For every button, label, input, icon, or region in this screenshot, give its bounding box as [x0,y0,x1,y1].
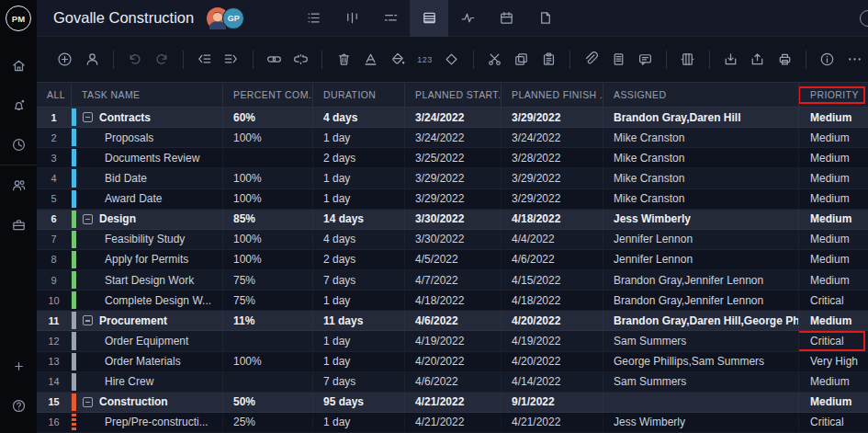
percent-complete-cell[interactable] [223,148,313,167]
row-number-cell[interactable]: 4 [37,168,72,188]
duration-cell[interactable]: 1 day [313,331,405,350]
import-button[interactable] [720,48,741,72]
add-task-button[interactable] [54,48,75,72]
row-number-cell[interactable]: 6 [37,210,72,229]
assigned-cell[interactable]: Brandon Gray,Jennifer Lennon [603,291,799,310]
percent-complete-cell[interactable]: 75% [223,291,313,310]
duration-cell[interactable]: 2 days [313,250,405,269]
priority-cell[interactable]: Medium [799,128,868,147]
number-format-button[interactable]: 123 [414,48,435,72]
assigned-cell[interactable]: Sam Summers [603,372,799,392]
task-name-cell[interactable]: Prep/Pre-constructi... [72,413,223,432]
planned-start-cell[interactable]: 4/7/2022 [405,270,502,290]
notifications-icon[interactable] [0,85,37,125]
row-number-cell[interactable]: 7 [37,230,72,249]
print-button[interactable] [774,48,795,72]
percent-complete-cell[interactable]: 85% [223,210,313,229]
planned-start-cell[interactable]: 4/6/2022 [405,372,502,392]
font-color-button[interactable] [360,48,381,72]
row-number-cell[interactable]: 10 [37,291,72,310]
row-number-cell[interactable]: 14 [37,372,72,392]
column-header-planned-start[interactable]: PLANNED START... [405,83,502,107]
assigned-cell[interactable]: Jess Wimberly [603,413,799,432]
delete-button[interactable] [333,48,354,72]
percent-complete-cell[interactable]: 100% [223,168,313,188]
collapse-toggle-icon[interactable] [83,315,93,325]
planned-finish-cell[interactable]: 4/15/2022 [502,270,603,290]
assigned-cell[interactable]: Jennifer Lennon [603,230,799,249]
task-name-cell[interactable]: Apply for Permits [72,250,223,269]
priority-cell[interactable]: Medium [799,250,868,269]
priority-cell[interactable]: Very High [799,352,868,371]
avatar-group[interactable]: GP [207,7,244,29]
priority-cell[interactable]: Medium [799,230,868,249]
planned-start-cell[interactable]: 4/21/2022 [405,413,502,432]
row-number-cell[interactable]: 8 [37,250,72,269]
duration-cell[interactable]: 2 days [313,148,405,167]
assigned-cell[interactable]: Jess Wimberly [603,210,799,229]
priority-cell[interactable]: Medium [799,148,868,167]
assigned-cell[interactable]: Mike Cranston [603,168,799,188]
info-button[interactable] [817,48,838,72]
cut-button[interactable] [484,48,505,72]
notes-button[interactable] [607,48,628,72]
priority-cell[interactable]: Medium [799,270,868,290]
priority-cell[interactable]: Critical [799,413,868,432]
row-number-cell[interactable]: 5 [37,189,72,209]
row-number-cell[interactable]: 1 [37,108,72,127]
planned-finish-cell[interactable]: 3/29/2022 [502,108,603,127]
row-number-cell[interactable]: 15 [37,393,72,412]
export-button[interactable] [747,48,768,72]
indent-button[interactable] [220,48,242,72]
recent-icon[interactable] [0,125,37,165]
planned-finish-cell[interactable]: 3/24/2022 [502,128,603,147]
planned-start-cell[interactable]: 3/24/2022 [405,128,502,147]
percent-complete-cell[interactable]: 11% [223,311,313,330]
row-number-cell[interactable]: 9 [37,270,72,290]
duration-cell[interactable]: 14 days [313,210,405,229]
column-header-duration[interactable]: DURATION [313,83,405,107]
percent-complete-cell[interactable]: 100% [223,230,313,249]
gp-avatar[interactable]: GP [222,7,244,29]
row-number-cell[interactable]: 3 [37,148,72,167]
percent-complete-cell[interactable] [223,331,313,350]
assigned-cell[interactable]: George Phillips,Sam Summers [603,352,799,371]
planned-finish-cell[interactable]: 4/21/2022 [502,413,603,432]
percent-complete-cell[interactable]: 100% [223,250,313,269]
tab-doc-view[interactable] [525,0,564,37]
home-icon[interactable] [0,46,37,85]
duration-cell[interactable]: 1 day [313,189,405,209]
row-number-cell[interactable]: 16 [37,413,72,432]
help-icon[interactable] [0,386,37,426]
comment-button[interactable] [635,48,656,72]
duration-cell[interactable]: 1 day [313,291,405,310]
priority-cell[interactable]: Medium [799,311,868,330]
planned-start-cell[interactable]: 4/20/2022 [405,352,502,371]
percent-complete-cell[interactable]: 60% [223,108,313,127]
duration-cell[interactable]: 1 day [313,168,405,188]
row-number-cell[interactable]: 11 [37,311,72,330]
task-name-cell[interactable]: Procurement [72,311,223,330]
planned-finish-cell[interactable]: 4/18/2022 [502,210,603,229]
duration-cell[interactable]: 1 day [313,413,405,432]
duration-cell[interactable]: 1 day [313,128,405,147]
task-name-cell[interactable]: Documents Review [72,148,223,167]
unlink-button[interactable] [290,48,311,72]
undo-button[interactable] [124,48,145,72]
percent-complete-cell[interactable]: 25% [223,413,313,432]
priority-cell[interactable]: Critical [799,331,868,350]
assigned-cell[interactable]: Mike Cranston [603,128,799,147]
planned-finish-cell[interactable]: 9/1/2022 [502,393,603,412]
column-header-task-name[interactable]: TASK NAME [72,83,223,107]
planned-finish-cell[interactable]: 4/18/2022 [502,291,603,310]
planned-finish-cell[interactable]: 3/29/2022 [502,168,603,188]
task-name-cell[interactable]: Hire Crew [72,372,223,392]
portfolio-icon[interactable] [0,205,37,245]
duration-cell[interactable]: 95 days [313,393,405,412]
task-name-cell[interactable]: Award Date [72,189,223,209]
planned-start-cell[interactable]: 4/18/2022 [405,291,502,310]
task-name-cell[interactable]: Contracts [72,108,223,127]
paste-button[interactable] [538,48,559,72]
collapse-toggle-icon[interactable] [83,397,93,407]
planned-finish-cell[interactable]: 4/20/2022 [502,352,603,371]
